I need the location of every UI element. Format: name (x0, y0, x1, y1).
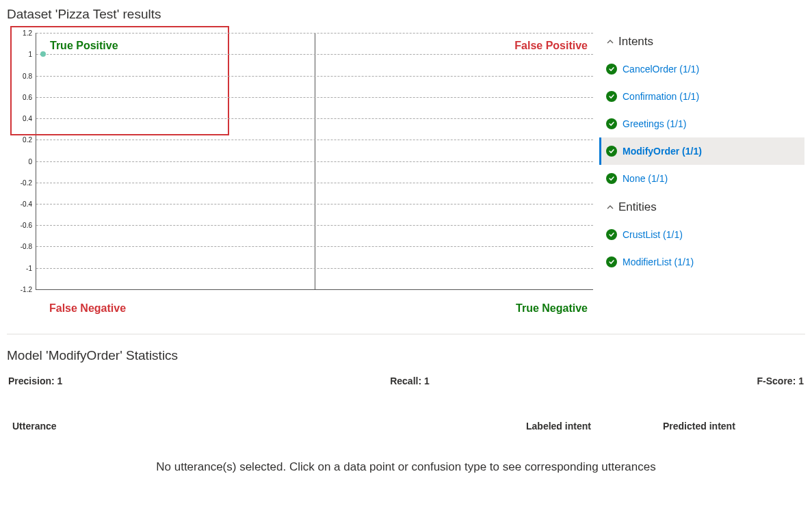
grid-line (36, 76, 593, 77)
grid-line (36, 246, 593, 247)
label-true-positive[interactable]: True Positive (50, 40, 118, 52)
stat-precision: Precision: 1 (8, 375, 62, 386)
checkmark-icon (606, 118, 617, 129)
list-item-label: Greetings (1/1) (623, 118, 686, 129)
y-tick-label: 0.8 (23, 72, 36, 79)
grid-line (36, 33, 593, 34)
checkmark-icon (606, 146, 617, 157)
y-tick-label: 0.6 (23, 93, 36, 101)
y-tick-label: -0.6 (21, 222, 36, 229)
list-item-label: CrustList (1/1) (623, 229, 683, 240)
label-false-negative[interactable]: False Negative (49, 302, 126, 315)
column-predicted-intent[interactable]: Predicted intent (663, 421, 800, 432)
checkmark-icon (606, 229, 617, 240)
y-tick-label: -1.2 (21, 286, 36, 293)
page-title: Dataset 'Pizza Test' results (7, 7, 805, 22)
y-tick-label: -0.4 (21, 200, 36, 208)
grid-line (36, 225, 593, 226)
list-item[interactable]: ModifierList (1/1) (599, 248, 804, 276)
list-item-label: ModifierList (1/1) (623, 256, 694, 267)
y-tick-label: 0.4 (23, 114, 36, 122)
section-divider (7, 334, 805, 334)
list-item[interactable]: CancelOrder (1/1) (599, 55, 804, 83)
group-header[interactable]: Entities (599, 192, 804, 221)
grid-line (36, 140, 593, 140)
y-tick-label: 0.2 (23, 136, 36, 144)
grid-line (36, 161, 593, 162)
data-point[interactable] (40, 51, 46, 57)
y-tick-label: -0.2 (21, 179, 36, 186)
y-tick-label: 1 (28, 51, 36, 58)
grid-line (36, 268, 593, 269)
y-tick-label: 1.2 (23, 29, 36, 37)
list-item[interactable]: Confirmation (1/1) (599, 83, 804, 110)
label-false-positive[interactable]: False Positive (514, 40, 588, 52)
y-tick-label: -1 (26, 264, 36, 272)
confusion-chart: True Positive False Positive 1.210.80.60… (7, 26, 593, 317)
highlight-box (10, 26, 229, 135)
utterance-table-header: Utterance Labeled intent Predicted inten… (7, 414, 805, 438)
group-label: Entities (618, 200, 657, 214)
list-item-label: ModifyOrder (1/1) (623, 146, 702, 157)
checkmark-icon (606, 64, 617, 75)
list-item[interactable]: Greetings (1/1) (599, 110, 804, 137)
grid-line (36, 183, 593, 183)
grid-line (36, 97, 593, 98)
list-item[interactable]: ModifyOrder (1/1) (599, 137, 804, 165)
group-header[interactable]: Intents (599, 27, 804, 55)
list-item-label: Confirmation (1/1) (623, 91, 699, 102)
column-utterance[interactable]: Utterance (12, 421, 526, 432)
list-item-label: CancelOrder (1/1) (623, 64, 699, 75)
empty-state-message: No utterance(s) selected. Click on a dat… (7, 438, 805, 501)
grid-line (36, 54, 593, 55)
stat-fscore: F-Score: 1 (757, 375, 804, 386)
chevron-up-icon (606, 203, 614, 211)
stats-title: Model 'ModifyOrder' Statistics (7, 348, 805, 363)
list-item[interactable]: CrustList (1/1) (599, 221, 804, 248)
checkmark-icon (606, 256, 617, 267)
checkmark-icon (606, 91, 617, 102)
grid-line (36, 118, 593, 119)
group-label: Intents (618, 35, 653, 49)
y-tick-label: 0 (28, 157, 36, 165)
y-tick-label: -0.8 (21, 243, 36, 250)
label-true-negative[interactable]: True Negative (516, 302, 588, 315)
side-panel[interactable]: IntentsCancelOrder (1/1)Confirmation (1/… (599, 26, 805, 301)
stat-recall: Recall: 1 (390, 375, 430, 386)
grid-line (36, 204, 593, 204)
list-item[interactable]: None (1/1) (599, 165, 804, 192)
chevron-up-icon (606, 38, 614, 46)
column-labeled-intent[interactable]: Labeled intent (526, 421, 663, 432)
list-item-label: None (1/1) (623, 173, 668, 184)
checkmark-icon (606, 173, 617, 184)
